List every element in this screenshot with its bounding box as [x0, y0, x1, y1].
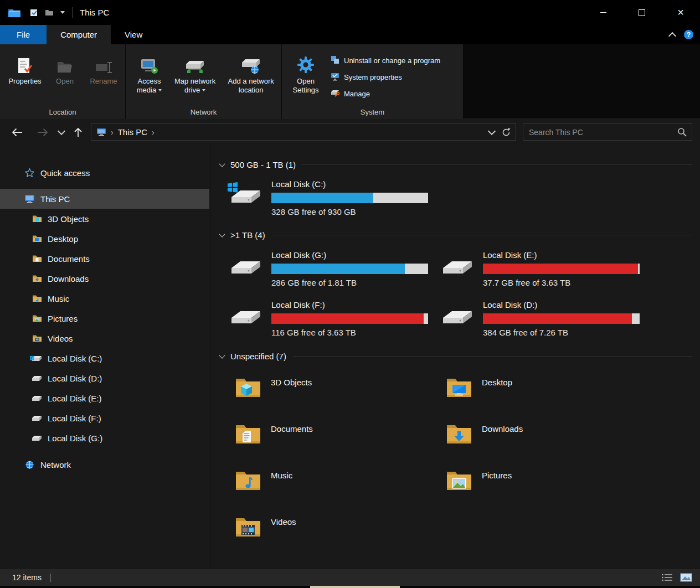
- folder-item-pictures[interactable]: Pictures: [421, 470, 632, 516]
- add-network-location-icon: [241, 52, 261, 74]
- large-icons-view-button[interactable]: [679, 571, 693, 584]
- drive-item-e[interactable]: Local Disk (E:) 37.7 GB free of 3.63 TB: [422, 250, 632, 288]
- search-input[interactable]: [523, 128, 677, 137]
- folder-item-videos[interactable]: Videos: [210, 516, 421, 563]
- sidebar-item-label: 3D Objects: [48, 214, 89, 224]
- breadcrumb-separator[interactable]: ›: [152, 128, 155, 137]
- chevron-down-icon: [60, 11, 65, 14]
- refresh-icon: [502, 128, 511, 137]
- address-history-dropdown[interactable]: [485, 125, 499, 140]
- group-label-system: System: [282, 108, 463, 116]
- chevron-up-icon: [668, 32, 676, 40]
- add-network-location-button[interactable]: Add a network location: [223, 51, 279, 96]
- qat-customize-dropdown[interactable]: [60, 11, 65, 14]
- breadcrumb-separator: ›: [111, 128, 114, 137]
- capacity-bar: [483, 313, 640, 324]
- large-icons-view-icon: [680, 573, 692, 582]
- open-label: Open: [56, 77, 74, 85]
- manage-button[interactable]: Manage: [331, 89, 440, 99]
- disk-icon: [32, 395, 42, 402]
- sidebar-item-3d-objects[interactable]: 3D Objects: [0, 209, 209, 229]
- sidebar-item-documents[interactable]: Documents: [0, 249, 209, 269]
- drive-free-space: 116 GB free of 3.63 TB: [271, 328, 356, 338]
- drive-name: Local Disk (G:): [271, 250, 326, 260]
- ribbon-group-location: Properties Open Rename: [0, 44, 126, 119]
- close-button[interactable]: ×: [661, 0, 700, 25]
- drive-item-f[interactable]: Local Disk (F:) 116 GB free of 3.63 TB: [210, 300, 421, 338]
- sidebar-item-network[interactable]: Network: [0, 455, 209, 474]
- sidebar-item-this-pc[interactable]: This PC: [0, 189, 209, 209]
- recent-locations-dropdown[interactable]: [55, 124, 68, 141]
- network-globe-icon: [24, 460, 35, 470]
- drive-name: Local Disk (D:): [483, 300, 537, 310]
- group-header-gt1tb[interactable]: >1 TB (4): [220, 230, 692, 240]
- back-button[interactable]: [9, 124, 25, 141]
- sidebar-item-quick-access[interactable]: Quick access: [0, 163, 209, 183]
- search-icon[interactable]: [677, 127, 687, 137]
- open-settings-button[interactable]: Open Settings: [286, 51, 325, 99]
- up-button[interactable]: [70, 124, 86, 141]
- address-bar[interactable]: › This PC ›: [91, 123, 516, 141]
- minimize-button[interactable]: [584, 0, 622, 25]
- sidebar-item-local-disk-f[interactable]: Local Disk (F:): [0, 408, 209, 428]
- up-arrow-icon: [74, 127, 82, 137]
- folder-icon: [235, 470, 261, 492]
- collapse-ribbon-button[interactable]: [670, 30, 675, 39]
- tab-computer[interactable]: Computer: [47, 25, 111, 44]
- star-icon: [24, 168, 35, 177]
- folder-icon: [32, 334, 42, 342]
- folder-item-music[interactable]: Music: [210, 470, 421, 516]
- rename-label: Rename: [90, 77, 117, 85]
- drive-item-c[interactable]: Local Disk (C:) 328 GB free of 930 GB: [210, 179, 421, 217]
- details-view-icon: [661, 573, 673, 582]
- drive-free-space: 37.7 GB free of 3.63 TB: [483, 278, 570, 288]
- maximize-button[interactable]: [622, 0, 661, 25]
- map-network-drive-button[interactable]: Map network drive: [169, 51, 220, 96]
- sidebar-item-pictures[interactable]: Pictures: [0, 308, 209, 328]
- sidebar-item-desktop[interactable]: Desktop: [0, 229, 209, 249]
- forward-button[interactable]: [34, 124, 51, 141]
- sidebar-item-local-disk-g[interactable]: Local Disk (G:): [0, 428, 209, 448]
- sidebar-item-videos[interactable]: Videos: [0, 328, 209, 348]
- sidebar-item-label: Videos: [48, 334, 73, 343]
- tab-view[interactable]: View: [111, 25, 156, 44]
- group-header-unspecified[interactable]: Unspecified (7): [220, 351, 692, 361]
- system-properties-button[interactable]: System properties: [331, 72, 440, 82]
- properties-button[interactable]: Properties: [6, 51, 44, 87]
- capacity-bar-fill: [483, 264, 638, 274]
- details-view-button[interactable]: [660, 571, 675, 584]
- sidebar-item-local-disk-c[interactable]: Local Disk (C:): [0, 348, 209, 368]
- sidebar-item-downloads[interactable]: Downloads: [0, 269, 209, 288]
- capacity-bar: [271, 193, 428, 203]
- drive-item-g[interactable]: Local Disk (G:) 286 GB free of 1.81 TB: [210, 250, 421, 288]
- refresh-button[interactable]: [499, 125, 513, 140]
- folder-item-desktop[interactable]: Desktop: [421, 376, 632, 423]
- sidebar-item-local-disk-e[interactable]: Local Disk (E:): [0, 388, 209, 408]
- sidebar-item-local-disk-d[interactable]: Local Disk (D:): [0, 368, 209, 388]
- system-properties-label: System properties: [344, 73, 402, 81]
- search-box: [523, 123, 692, 141]
- chevron-down-icon: [219, 161, 225, 167]
- group-header-500gb-1tb[interactable]: 500 GB - 1 TB (1): [220, 159, 692, 169]
- open-button[interactable]: Open: [47, 51, 83, 87]
- drive-icon: [230, 188, 261, 207]
- qat-new-folder-button[interactable]: [45, 9, 54, 16]
- access-media-button[interactable]: Access media: [131, 51, 167, 96]
- titlebar: This PC ×: [0, 0, 700, 25]
- folder-item-downloads[interactable]: Downloads: [421, 423, 632, 470]
- qat-properties-button[interactable]: [30, 9, 38, 17]
- rename-button[interactable]: Rename: [85, 51, 122, 87]
- properties-icon: [18, 52, 32, 74]
- sidebar-item-music[interactable]: Music: [0, 288, 209, 308]
- folder-item-3d-objects[interactable]: 3D Objects: [210, 376, 421, 423]
- open-settings-label: Open Settings: [293, 77, 319, 94]
- uninstall-program-button[interactable]: Uninstall or change a program: [331, 55, 440, 66]
- folder-item-documents[interactable]: Documents: [210, 423, 421, 470]
- drive-item-d[interactable]: Local Disk (D:) 384 GB free of 7.26 TB: [422, 300, 632, 338]
- uninstall-icon: [331, 55, 339, 66]
- manage-label: Manage: [344, 90, 370, 98]
- tab-file[interactable]: File: [0, 25, 47, 44]
- help-button[interactable]: ?: [684, 30, 693, 39]
- breadcrumb-this-pc[interactable]: This PC: [118, 127, 147, 137]
- drive-name: Local Disk (F:): [271, 300, 325, 310]
